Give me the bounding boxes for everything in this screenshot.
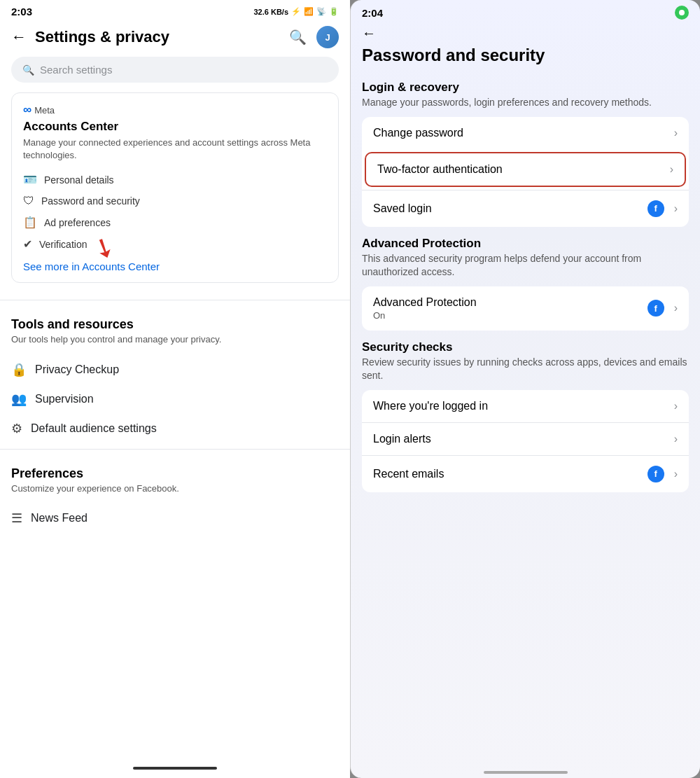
security-checks-card: Where you're logged in › Login alerts › … (362, 390, 689, 492)
section-title-advanced: Advanced Protection (362, 237, 689, 251)
list-item-news-feed[interactable]: ☰ News Feed (0, 503, 350, 533)
list-item-privacy-checkup[interactable]: 🔒 Privacy Checkup (0, 355, 350, 384)
section-title-security: Security checks (362, 340, 689, 354)
two-factor-item[interactable]: Two-factor authentication › (365, 152, 686, 187)
top-bar-right-group: 🔍 J (289, 26, 339, 48)
network-info: 32.6 KB/s (253, 8, 288, 16)
home-indicator-right-container (351, 764, 700, 778)
two-factor-label: Two-factor authentication (377, 163, 664, 176)
chevron-login-alerts: › (674, 433, 678, 445)
battery-icon: 🔋 (329, 7, 339, 16)
signal-icon: 📶 (304, 7, 314, 16)
divider-2 (0, 449, 350, 450)
right-content: Login & recovery Manage your passwords, … (351, 71, 700, 764)
preferences-section: Preferences Customize your experience on… (0, 455, 350, 503)
advanced-protection-status: On (373, 310, 648, 321)
status-time-left: 2:03 (11, 6, 32, 18)
accounts-card: ∞ Meta Accounts Center Manage your conne… (11, 92, 339, 283)
chevron-two-factor: › (670, 163, 673, 176)
advanced-protection-item[interactable]: Advanced Protection On f › (362, 286, 689, 331)
chevron-change-password: › (674, 127, 678, 139)
advanced-protection-text-group: Advanced Protection On (373, 296, 648, 321)
meta-label: Meta (34, 105, 55, 116)
password-security-label: Password and security (41, 195, 140, 207)
section-title-login: Login & recovery (362, 81, 689, 95)
section-desc-security: Review security issues by running checks… (362, 356, 689, 383)
accounts-title: Accounts Center (23, 120, 327, 134)
meta-logo: ∞ Meta (23, 103, 327, 117)
change-password-item[interactable]: Change password › (362, 117, 689, 149)
ad-preferences-label: Ad preferences (44, 217, 111, 228)
search-placeholder: Search settings (40, 64, 112, 76)
accounts-item-password[interactable]: 🛡 Password and security (23, 190, 327, 211)
status-dot-inner (679, 10, 685, 15)
list-item-default-audience[interactable]: ⚙ Default audience settings (0, 414, 350, 443)
where-logged-in-item[interactable]: Where you're logged in › (362, 390, 689, 422)
right-panel: 2:04 ← Password and security Login & rec… (350, 0, 700, 778)
password-security-icon: 🛡 (23, 195, 34, 207)
chevron-recent-emails: › (674, 468, 678, 480)
accounts-desc: Manage your connected experiences and ac… (23, 137, 327, 162)
login-alerts-item[interactable]: Login alerts › (362, 422, 689, 455)
status-icons-left: 32.6 KB/s ⚡ 📶 📡 🔋 (253, 7, 339, 16)
default-audience-label: Default audience settings (31, 422, 157, 435)
divider-1 (0, 300, 350, 300)
section-login-recovery: Login & recovery Manage your passwords, … (362, 81, 689, 227)
ad-preferences-icon: 📋 (23, 216, 37, 229)
list-item-supervision[interactable]: 👥 Supervision (0, 384, 350, 414)
status-bar-left: 2:03 32.6 KB/s ⚡ 📶 📡 🔋 (0, 0, 350, 20)
avatar[interactable]: J (316, 26, 339, 48)
accounts-item-personal[interactable]: 🪪 Personal details (23, 169, 327, 190)
advanced-protection-label: Advanced Protection (373, 296, 648, 309)
right-top-bar: ← Password and security (351, 22, 700, 71)
advanced-protection-card: Advanced Protection On f › (362, 286, 689, 331)
home-indicator-right (484, 771, 568, 774)
top-bar-left-group: ← Settings & privacy (11, 28, 169, 46)
login-recovery-card: Change password › Two-factor authenticat… (362, 117, 689, 227)
see-more-link[interactable]: See more in Accounts Center (23, 261, 327, 272)
recent-emails-label: Recent emails (373, 468, 648, 480)
chevron-advanced-protection: › (674, 302, 678, 314)
back-button-left[interactable]: ← (11, 28, 27, 46)
privacy-checkup-label: Privacy Checkup (35, 363, 119, 376)
verification-icon: ✔ (23, 237, 32, 251)
gear-icon: ⚙ (11, 421, 22, 436)
fb-icon-saved-login: f (648, 200, 664, 217)
wifi-icon: 📡 (316, 7, 326, 16)
accounts-item-verification[interactable]: ✔ Verification (23, 233, 327, 255)
verification-label: Verification (39, 239, 87, 250)
section-security-checks: Security checks Review security issues b… (362, 340, 689, 492)
preferences-desc: Customize your experience on Facebook. (11, 482, 339, 495)
accounts-item-ads[interactable]: 📋 Ad preferences (23, 211, 327, 233)
supervision-label: Supervision (35, 393, 94, 405)
status-time-right: 2:04 (362, 7, 383, 19)
search-icon-top[interactable]: 🔍 (289, 29, 307, 46)
personal-details-icon: 🪪 (23, 173, 37, 186)
login-alerts-label: Login alerts (373, 433, 668, 445)
meta-symbol: ∞ (23, 103, 31, 117)
recent-emails-item[interactable]: Recent emails f › (362, 455, 689, 492)
section-advanced-protection: Advanced Protection This advanced securi… (362, 237, 689, 331)
fb-icon-recent-emails: f (648, 466, 664, 482)
home-indicator-left (133, 767, 217, 770)
where-logged-in-label: Where you're logged in (373, 400, 668, 412)
search-bar-icon: 🔍 (22, 64, 34, 76)
tools-desc: Our tools help you control and manage yo… (11, 333, 339, 346)
status-bar-right: 2:04 (351, 0, 700, 22)
news-feed-label: News Feed (31, 512, 88, 525)
search-bar[interactable]: 🔍 Search settings (11, 57, 339, 83)
back-button-right[interactable]: ← (362, 25, 689, 41)
home-indicator-left-container (0, 760, 350, 772)
section-desc-advanced: This advanced security program helps def… (362, 252, 689, 279)
chevron-saved-login: › (674, 202, 678, 215)
saved-login-item[interactable]: Saved login f › (362, 190, 689, 227)
right-page-title: Password and security (362, 46, 689, 65)
fb-icon-advanced-protection: f (648, 300, 664, 317)
change-password-label: Change password (373, 127, 668, 139)
saved-login-label: Saved login (373, 202, 648, 215)
page-title-left: Settings & privacy (35, 28, 169, 46)
chevron-where-logged-in: › (674, 400, 678, 412)
left-panel: 2:03 32.6 KB/s ⚡ 📶 📡 🔋 ← Settings & priv… (0, 0, 350, 778)
personal-details-label: Personal details (44, 174, 114, 186)
supervision-icon: 👥 (11, 391, 27, 407)
